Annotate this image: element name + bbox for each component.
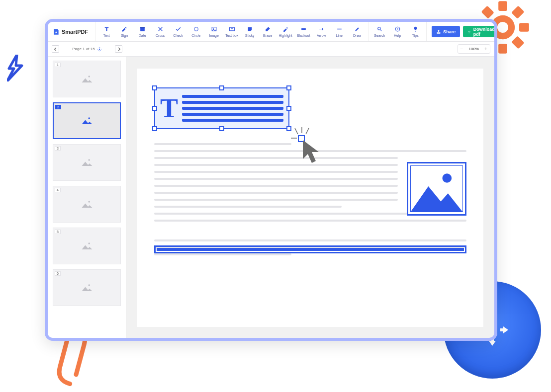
toolbar: SmartPDF Text Sign Date Cross Check Circ… bbox=[48, 22, 494, 42]
resize-handle-tr[interactable] bbox=[286, 85, 291, 90]
cursor-icon bbox=[290, 127, 325, 169]
text-line bbox=[154, 206, 342, 208]
tool-arrow[interactable]: Arrow bbox=[312, 22, 330, 41]
text-line bbox=[154, 178, 398, 180]
gear-icon[interactable] bbox=[97, 47, 102, 52]
svg-line-24 bbox=[306, 128, 309, 134]
tool-tips[interactable]: Tips bbox=[406, 22, 424, 41]
selected-text-block[interactable]: T bbox=[154, 87, 289, 129]
thumbnail-5[interactable]: 5 bbox=[53, 228, 121, 264]
toolbar-actions: Share Download pdf bbox=[427, 22, 497, 41]
thumbnail-6[interactable]: 6 bbox=[53, 269, 121, 306]
tool-blackout[interactable]: Blackout bbox=[294, 22, 312, 41]
page-prev-button[interactable] bbox=[52, 45, 59, 53]
text-line bbox=[154, 192, 398, 194]
svg-point-5 bbox=[194, 27, 198, 31]
page-next-button[interactable] bbox=[115, 45, 122, 53]
tool-image[interactable]: Image bbox=[205, 22, 223, 41]
tool-date[interactable]: Date bbox=[133, 22, 151, 41]
svg-rect-9 bbox=[301, 28, 306, 29]
app-name: SmartPDF bbox=[62, 29, 88, 35]
text-line bbox=[154, 143, 291, 145]
text-line bbox=[154, 164, 398, 166]
resize-handle-bm[interactable] bbox=[219, 126, 224, 131]
tool-line[interactable]: Line bbox=[330, 22, 348, 41]
selected-line-block[interactable] bbox=[154, 245, 466, 253]
resize-handle-lm[interactable] bbox=[152, 106, 157, 111]
chevron-right-icon bbox=[117, 47, 121, 51]
svg-rect-4 bbox=[140, 27, 145, 28]
tool-sticky[interactable]: Sticky bbox=[241, 22, 259, 41]
svg-point-2 bbox=[497, 22, 508, 33]
resize-handle-rm[interactable] bbox=[286, 106, 291, 111]
chevron-left-icon bbox=[54, 47, 58, 51]
app-logo[interactable]: SmartPDF bbox=[48, 22, 95, 41]
svg-point-20 bbox=[88, 242, 90, 244]
svg-point-15 bbox=[98, 48, 100, 50]
tool-draw[interactable]: Draw bbox=[348, 22, 366, 41]
zoom-in-button[interactable]: + bbox=[482, 46, 490, 52]
svg-point-16 bbox=[88, 76, 90, 78]
zoom-value: 100% bbox=[466, 47, 482, 51]
app-window: SmartPDF Text Sign Date Cross Check Circ… bbox=[45, 19, 497, 341]
text-line bbox=[154, 239, 466, 241]
svg-text:?: ? bbox=[397, 27, 399, 30]
tool-cross[interactable]: Cross bbox=[151, 22, 169, 41]
svg-point-10 bbox=[377, 27, 380, 29]
text-line bbox=[154, 185, 398, 187]
zoom-control: − 100% + bbox=[458, 44, 490, 54]
decoration-paperclip bbox=[44, 332, 93, 392]
tool-sign[interactable]: Sign bbox=[115, 22, 133, 41]
tool-circle[interactable]: Circle bbox=[187, 22, 205, 41]
decoration-bolt bbox=[7, 55, 24, 83]
tools-group-util: Search ?Help Tips bbox=[368, 22, 427, 41]
tool-search[interactable]: Search bbox=[370, 22, 388, 41]
text-glyph-icon: T bbox=[160, 95, 178, 122]
text-line bbox=[154, 220, 466, 222]
text-line bbox=[154, 199, 398, 201]
text-line bbox=[154, 171, 398, 173]
resize-handle-tm[interactable] bbox=[219, 85, 224, 90]
page-indicator: Page 1 of 15 bbox=[72, 47, 101, 52]
resize-handle-br[interactable] bbox=[286, 126, 291, 131]
pager: Page 1 of 15 bbox=[48, 42, 126, 56]
tools-group-edit: Text Sign Date Cross Check Circle Image … bbox=[95, 22, 368, 41]
zoom-out-button[interactable]: − bbox=[458, 46, 466, 52]
svg-rect-1 bbox=[498, 1, 507, 11]
text-block-lines bbox=[182, 95, 283, 122]
resize-handle-tl[interactable] bbox=[152, 85, 157, 90]
text-line bbox=[154, 253, 291, 255]
svg-point-21 bbox=[88, 284, 90, 286]
canvas-area: T bbox=[126, 57, 494, 338]
subtoolbar: Page 1 of 15 − 100% + bbox=[48, 42, 494, 57]
svg-rect-13 bbox=[437, 32, 440, 33]
thumbnail-3[interactable]: 3 bbox=[53, 144, 121, 181]
tool-textbox[interactable]: Text box bbox=[223, 22, 241, 41]
svg-point-19 bbox=[88, 201, 90, 203]
page-document[interactable]: T bbox=[137, 69, 483, 327]
thumbnail-2[interactable]: 2 bbox=[53, 102, 121, 139]
thumbnail-panel: 1 2 3 4 5 6 bbox=[48, 57, 126, 338]
share-icon bbox=[436, 29, 441, 34]
svg-rect-14 bbox=[468, 32, 470, 33]
tool-highlight[interactable]: Highlight bbox=[276, 22, 294, 41]
download-button[interactable]: Download pdf bbox=[463, 26, 497, 37]
tool-help[interactable]: ?Help bbox=[388, 22, 406, 41]
svg-point-18 bbox=[88, 159, 90, 161]
resize-handle-bl[interactable] bbox=[152, 126, 157, 131]
download-icon bbox=[467, 29, 471, 34]
share-button[interactable]: Share bbox=[432, 26, 460, 37]
selected-image-block[interactable] bbox=[407, 162, 466, 216]
thumbnail-1[interactable]: 1 bbox=[53, 61, 121, 97]
tool-erase[interactable]: Erase bbox=[259, 22, 276, 41]
tool-check[interactable]: Check bbox=[169, 22, 187, 41]
text-line bbox=[154, 157, 398, 159]
svg-rect-26 bbox=[298, 136, 304, 142]
text-line bbox=[154, 150, 466, 152]
svg-point-17 bbox=[88, 117, 90, 119]
svg-point-27 bbox=[442, 173, 452, 182]
thumbnail-4[interactable]: 4 bbox=[53, 186, 121, 223]
svg-line-22 bbox=[295, 128, 298, 134]
tool-text[interactable]: Text bbox=[97, 22, 115, 41]
svg-point-7 bbox=[213, 28, 214, 29]
